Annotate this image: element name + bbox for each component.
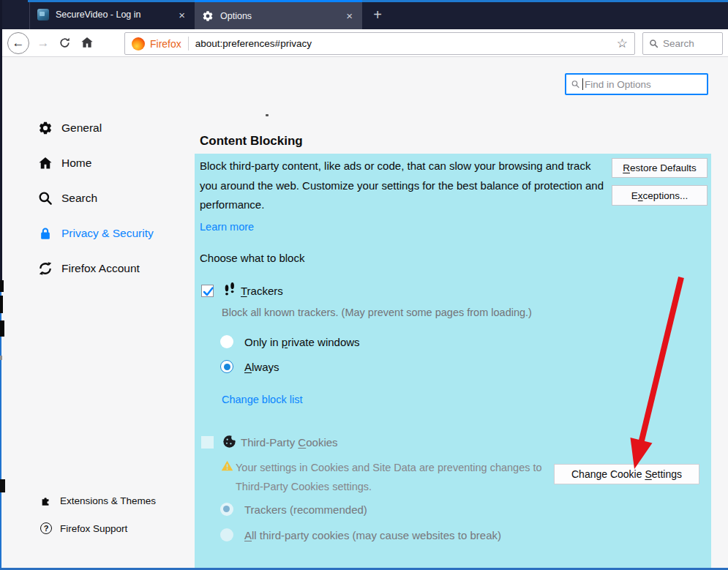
sidebar-item-search[interactable]: Search	[29, 187, 190, 209]
radio-label: Always	[244, 361, 279, 373]
find-in-options-input[interactable]	[585, 79, 702, 90]
gear-icon	[38, 121, 53, 135]
window-accent-border	[28, 0, 728, 2]
tab-close-icon[interactable]: ×	[176, 9, 187, 21]
background-artifact	[0, 280, 4, 292]
back-button[interactable]: ←	[7, 32, 29, 54]
search-icon	[38, 191, 53, 206]
sidebar-item-label: Extensions & Themes	[60, 495, 156, 506]
home-icon	[38, 156, 53, 170]
sidebar-item-firefox-support[interactable]: ? Firefox Support	[29, 520, 190, 537]
cookies-warning-text: Your settings in Cookies and Site Data a…	[236, 458, 555, 496]
toolbar-search-box[interactable]	[642, 32, 723, 55]
lock-icon	[38, 226, 53, 241]
radio-only-private-windows[interactable]	[220, 335, 233, 348]
window-border-left-dark	[0, 0, 2, 282]
trackers-checkbox[interactable]	[201, 285, 214, 297]
sidebar-item-general[interactable]: General	[29, 117, 190, 139]
forward-button[interactable]: →	[35, 36, 51, 50]
restore-defaults-button[interactable]: Restore Defaults	[612, 158, 708, 178]
url-bar[interactable]: Firefox ☆	[124, 32, 635, 55]
scrolled-text-remnant	[266, 114, 269, 116]
tab-title: Options	[220, 11, 344, 21]
third-party-cookies-checkbox[interactable]	[201, 436, 214, 449]
content-blocking-description: Block third-party content, like ads or c…	[200, 157, 606, 215]
radio-label: All third-party cookies (may cause websi…	[244, 529, 501, 541]
trackers-description: Block all known trackers. (May prevent s…	[222, 307, 532, 318]
footprints-icon	[224, 282, 236, 297]
checkmark-icon	[202, 285, 214, 298]
sidebar-item-label: Home	[61, 157, 91, 170]
sidebar-item-label: Firefox Account	[61, 262, 140, 275]
toolbar-search-input[interactable]	[663, 38, 716, 49]
reload-icon[interactable]	[59, 37, 71, 49]
tab-close-icon[interactable]: ×	[344, 10, 355, 22]
sidebar-item-privacy-security[interactable]: Privacy & Security	[29, 222, 190, 244]
change-cookie-settings-button[interactable]: Change Cookie Settings	[554, 464, 699, 484]
urlbar-brand-label: Firefox	[150, 38, 181, 50]
background-artifact	[0, 320, 4, 337]
tab-securevideo[interactable]: SecureVideo - Log in ×	[29, 0, 195, 29]
find-in-options-box[interactable]	[565, 73, 708, 95]
background-artifact	[0, 479, 5, 492]
text-caret	[582, 78, 583, 90]
help-icon: ?	[40, 522, 52, 534]
gear-icon	[202, 10, 214, 22]
new-tab-button[interactable]: +	[368, 4, 387, 25]
bookmark-star-icon[interactable]: ☆	[617, 36, 628, 51]
firefox-logo-icon	[132, 37, 145, 50]
sidebar-item-label: General	[61, 121, 102, 135]
tab-options[interactable]: Options ×	[195, 0, 362, 29]
trackers-label: Trackers	[241, 285, 283, 297]
learn-more-link[interactable]: Learn more	[200, 221, 254, 233]
sidebar-item-home[interactable]: Home	[29, 152, 190, 174]
url-input[interactable]	[195, 38, 617, 49]
securevideo-favicon-icon	[37, 9, 49, 20]
radio-trackers-recommended[interactable]	[220, 503, 233, 516]
change-block-list-link[interactable]: Change block list	[222, 394, 302, 405]
radio-all-third-party-cookies[interactable]	[220, 528, 233, 541]
sidebar-item-label: Firefox Support	[60, 523, 127, 534]
cookie-icon	[222, 435, 236, 449]
background-artifact	[0, 356, 2, 360]
puzzle-icon	[40, 495, 52, 506]
search-icon	[649, 39, 658, 48]
warning-icon	[221, 460, 233, 471]
urlbar-divider	[188, 37, 189, 50]
sidebar-item-extensions-themes[interactable]: Extensions & Themes	[29, 492, 190, 509]
sidebar-item-firefox-account[interactable]: Firefox Account	[29, 258, 190, 280]
tab-bar: SecureVideo - Log in × Options × +	[0, 0, 728, 29]
radio-label: Only in private windows	[244, 336, 360, 348]
home-icon[interactable]	[80, 36, 94, 49]
content-blocking-heading: Content Blocking	[200, 134, 303, 149]
sync-icon	[38, 261, 53, 276]
sidebar-item-label: Search	[61, 192, 97, 205]
search-icon	[571, 80, 580, 89]
firefox-window: SecureVideo - Log in × Options × + ← → F…	[0, 0, 728, 570]
third-party-cookies-label: Third-Party Cookies	[241, 436, 338, 449]
radio-label: Trackers (recommended)	[244, 503, 367, 516]
exceptions-button[interactable]: Exceptions...	[612, 185, 708, 206]
radio-always[interactable]	[220, 360, 233, 373]
background-artifact	[0, 296, 3, 313]
tab-title: SecureVideo - Log in	[56, 10, 176, 20]
navigation-toolbar: ← → Firefox ☆	[0, 29, 728, 57]
choose-what-to-block-label: Choose what to block	[200, 252, 304, 264]
sidebar-item-label: Privacy & Security	[61, 227, 154, 240]
